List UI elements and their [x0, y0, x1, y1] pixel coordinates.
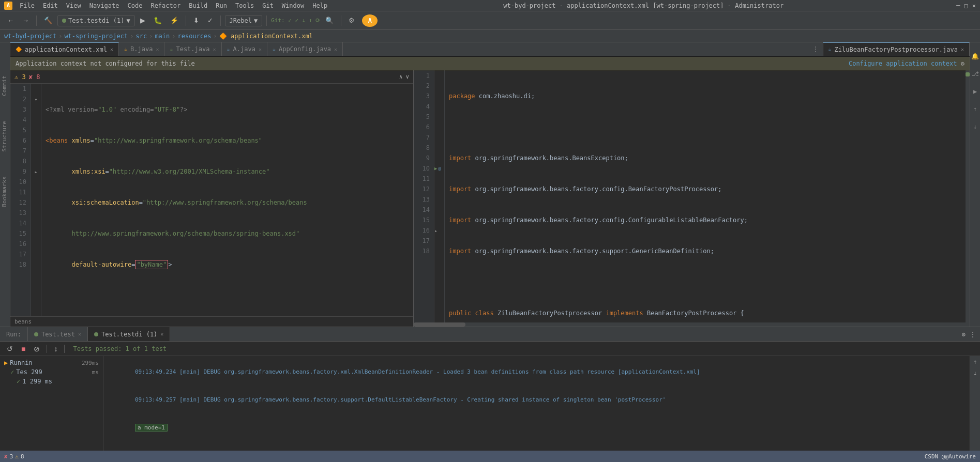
tab-close-testjava[interactable]: ✕	[213, 47, 216, 52]
stop-btn[interactable]: ■	[19, 343, 28, 355]
test-status-dot	[34, 332, 38, 336]
user-avatar[interactable]: A	[362, 14, 378, 27]
breadcrumb-module[interactable]: wt-spring-project	[64, 33, 128, 40]
fold-beans[interactable]: ▾	[34, 97, 37, 102]
fold-up-btn[interactable]: ∧	[399, 73, 403, 80]
configure-settings[interactable]: ⚙	[961, 60, 964, 67]
sidebar-structure[interactable]: Structure	[0, 119, 10, 154]
minimize-btn[interactable]: ─	[956, 2, 960, 9]
jrebel-label: JRebel	[230, 17, 252, 24]
java-scrollbar-v[interactable]	[966, 70, 970, 322]
search-everywhere-btn[interactable]: 🔍	[322, 14, 337, 26]
editors-split: ⚠ 3 ✘ 8 ∧ ∨ 1 2 3 4	[10, 70, 970, 327]
java-scrollbar-h[interactable]	[414, 322, 970, 327]
menu-code[interactable]: Code	[125, 1, 146, 10]
tab-testjava[interactable]: ☕ Test.java ✕	[164, 42, 221, 56]
jrebel-dropdown[interactable]: JRebel ▼	[225, 15, 263, 26]
menu-build[interactable]: Build	[186, 1, 210, 10]
menu-git[interactable]: Git	[259, 1, 277, 10]
menu-file[interactable]: File	[17, 1, 38, 10]
run-gutter-10[interactable]: ▶	[434, 166, 437, 171]
sidebar-down-arrow[interactable]: ↓	[973, 123, 977, 130]
sidebar-commit[interactable]: Commit	[0, 73, 10, 98]
tab-ajava[interactable]: ☕ A.java ✕	[222, 42, 267, 56]
toggle-btn[interactable]: ⊘	[31, 343, 42, 355]
sidebar-terminal[interactable]: ▶	[973, 88, 977, 95]
passed-icon: ✓	[10, 368, 14, 376]
rerun-btn[interactable]: ↺	[4, 343, 16, 355]
test-tree-running[interactable]: ▶ Runnin 299ms	[0, 358, 103, 367]
menu-run[interactable]: Run	[213, 1, 230, 10]
toolbar-forward-btn[interactable]: →	[19, 14, 32, 26]
debug-btn[interactable]: 🐛	[150, 14, 165, 26]
bottom-tab-test-close[interactable]: ✕	[78, 331, 81, 337]
breadcrumb-src[interactable]: src	[135, 33, 147, 40]
tab-overflow[interactable]: ⋮	[808, 42, 823, 56]
close-btn[interactable]: ✕	[972, 2, 976, 9]
bottom-tab-testdi[interactable]: Test.testdi (1) ✕	[88, 327, 170, 341]
tab-close-zilu[interactable]: ✕	[961, 47, 964, 52]
menu-help[interactable]: Help	[309, 1, 330, 10]
tab-appconfigjava[interactable]: ☕ AppConfig.java ✕	[267, 42, 343, 56]
breadcrumb-file[interactable]: 🔶 applicationContext.xml	[219, 33, 313, 40]
menu-tools[interactable]: Tools	[232, 1, 257, 10]
breadcrumb-main[interactable]: main	[155, 33, 170, 40]
breadcrumb-project[interactable]: wt-byd-project	[4, 33, 56, 40]
bottom-tab-run-label: Run:	[0, 327, 28, 341]
tab-close-applicationcontext[interactable]: ✕	[110, 47, 113, 52]
bottom-settings-btn[interactable]: ⚙	[962, 331, 966, 338]
xml-code-content[interactable]: 1 2 3 4 5 6 7 8 9 10 11 12 13	[10, 84, 413, 316]
tab-bjava[interactable]: ☕ B.java ✕	[119, 42, 164, 56]
bottom-tab-test[interactable]: Test.test ✕	[28, 327, 88, 341]
java-code-content[interactable]: 1 2 3 4 5 6 7 8 9 10 11 12 13	[414, 70, 970, 322]
test-tree-tes299[interactable]: ✓ Tes 299 ms	[0, 367, 103, 377]
tab-close-appconfig[interactable]: ✕	[334, 47, 337, 52]
toolbar-back-btn[interactable]: ←	[4, 14, 17, 26]
run-config-dropdown[interactable]: Test.testdi (1) ▼	[57, 15, 135, 26]
status-bar: ✘ 3 ⚠ 8 CSDN @@Autowire	[0, 451, 980, 462]
java-gutter: ▶ @ ▸	[434, 70, 445, 322]
configure-link[interactable]: Configure application context	[849, 60, 957, 67]
right-sidebar: 🔔 ⎇ ▶ ↑ ↓	[970, 42, 980, 327]
sort-btn[interactable]: ↕	[51, 343, 60, 355]
sidebar-bookmarks[interactable]: Bookmarks	[0, 174, 10, 209]
menu-view[interactable]: View	[63, 1, 84, 10]
run-toolbar: ↺ ■ ⊘ ↕ Tests passed: 1 of 1 test	[0, 342, 980, 356]
java-code-text: package com.zhaoshu.di; import org.sprin…	[445, 70, 970, 322]
bottom-sidebar-down[interactable]: ↓	[973, 369, 977, 377]
git-update-btn[interactable]: ⬇	[190, 14, 202, 26]
test-results: ▶ Runnin 299ms ✓ Tes 299 ms ✓ 1 299 ms 0…	[0, 356, 980, 451]
sidebar-notifications[interactable]: 🔔	[971, 53, 979, 60]
tab-zilubeanfactory[interactable]: ☕ ZiluBeanFactoryPostprocessor.java ✕	[823, 42, 970, 56]
coverage-btn[interactable]: ⚡	[167, 14, 182, 26]
bookmark-gutter-10[interactable]: @	[438, 166, 441, 171]
leaf-passed-icon: ✓	[17, 378, 20, 385]
test-tree-1299[interactable]: ✓ 1 299 ms	[0, 377, 103, 386]
fold-bean-9[interactable]: ▸	[34, 169, 37, 175]
java-scrollbar-thumb-h[interactable]	[414, 322, 465, 327]
warning-count: ⚠ 3	[14, 73, 26, 81]
settings-btn[interactable]: ⚙	[345, 14, 358, 26]
bottom-more-btn[interactable]: ⋮	[970, 331, 976, 338]
fold-down-btn[interactable]: ∨	[405, 73, 409, 80]
running-icon: ▶	[4, 359, 8, 366]
tab-applicationcontext[interactable]: 🔶 applicationContext.xml ✕	[10, 42, 119, 56]
sidebar-git[interactable]: ⎇	[972, 70, 979, 78]
menu-window[interactable]: Window	[279, 1, 307, 10]
sidebar-up-arrow[interactable]: ↑	[973, 105, 977, 113]
git-commit-btn[interactable]: ✓	[204, 14, 216, 26]
menu-navigate[interactable]: Navigate	[86, 1, 123, 10]
bottom-tab-testdi-close[interactable]: ✕	[160, 331, 163, 337]
bottom-sidebar-up[interactable]: ↑	[973, 358, 977, 365]
console-output[interactable]: 09:13:49.234 [main] DEBUG org.springfram…	[103, 356, 970, 451]
menu-edit[interactable]: Edit	[40, 1, 61, 10]
menu-refactor[interactable]: Refactor	[147, 1, 184, 10]
run-config-label: Test.testdi (1)	[68, 17, 124, 24]
tab-close-bjava[interactable]: ✕	[156, 47, 159, 52]
tab-close-ajava[interactable]: ✕	[259, 47, 262, 52]
breadcrumb-resources[interactable]: resources	[178, 33, 212, 40]
xml-line-numbers: 1 2 3 4 5 6 7 8 9 10 11 12 13	[10, 84, 31, 316]
run-btn[interactable]: ▶	[137, 14, 148, 26]
maximize-btn[interactable]: □	[964, 2, 968, 9]
toolbar-build-btn[interactable]: 🔨	[41, 14, 55, 26]
